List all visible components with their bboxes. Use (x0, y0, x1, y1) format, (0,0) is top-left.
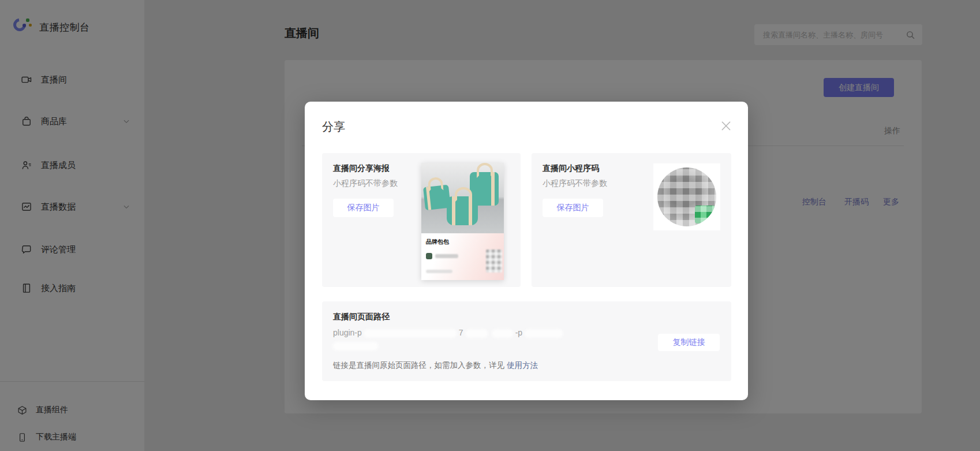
usage-guide-link[interactable]: 使用方法 (507, 361, 538, 370)
share-modal: 分享 直播间分享海报 小程序码不带参数 保存图片 品牌包包 (305, 102, 748, 400)
poster-qr-code (486, 249, 502, 273)
qrcode-section: 直播间小程序码 小程序码不带参数 保存图片 (532, 153, 731, 287)
poster-product-photo (421, 163, 504, 233)
poster-account-icon (426, 253, 432, 259)
mini-program-code-image (653, 163, 720, 230)
path-fragment: plugin-p (333, 328, 362, 337)
qrcode-section-subtitle: 小程序码不带参数 (543, 178, 607, 189)
screen: 直播控制台 直播间 商品库 直播成员 (0, 0, 980, 451)
mini-program-code-green-corner (695, 206, 715, 223)
path-section-title: 直播间页面路径 (333, 312, 390, 322)
poster-info-area: 品牌包包 (421, 233, 504, 280)
redacted-text (492, 330, 513, 337)
redacted-text (333, 342, 378, 350)
path-fragment: -p (515, 328, 522, 337)
poster-section-title: 直播间分享海报 (333, 163, 390, 174)
room-path-text-line2 (333, 341, 380, 351)
mini-program-code-circle (657, 167, 716, 226)
save-qrcode-button[interactable]: 保存图片 (543, 199, 603, 217)
poster-section: 直播间分享海报 小程序码不带参数 保存图片 品牌包包 (322, 153, 521, 287)
poster-blurred-text (435, 254, 458, 258)
qrcode-section-title: 直播间小程序码 (543, 163, 599, 174)
poster-brand-name: 品牌包包 (426, 238, 499, 246)
modal-title: 分享 (322, 119, 345, 135)
copy-link-button[interactable]: 复制链接 (658, 334, 720, 351)
redacted-text (364, 330, 457, 337)
path-section: 直播间页面路径 plugin-p7-p 链接是直播间原始页面路径，如需加入参数，… (322, 301, 731, 381)
path-note-text: 链接是直播间原始页面路径，如需加入参数，详见 (333, 361, 504, 370)
path-note: 链接是直播间原始页面路径，如需加入参数，详见使用方法 (333, 360, 538, 371)
poster-bag-front (447, 196, 478, 225)
save-poster-button[interactable]: 保存图片 (333, 199, 394, 217)
path-fragment: 7 (459, 328, 463, 337)
poster-section-subtitle: 小程序码不带参数 (333, 178, 398, 189)
share-poster-image: 品牌包包 (421, 163, 504, 280)
close-icon[interactable] (718, 118, 734, 134)
redacted-text (466, 330, 488, 337)
poster-blurred-caption (426, 270, 452, 273)
redacted-text (525, 330, 563, 337)
room-path-text: plugin-p7-p (333, 328, 565, 337)
